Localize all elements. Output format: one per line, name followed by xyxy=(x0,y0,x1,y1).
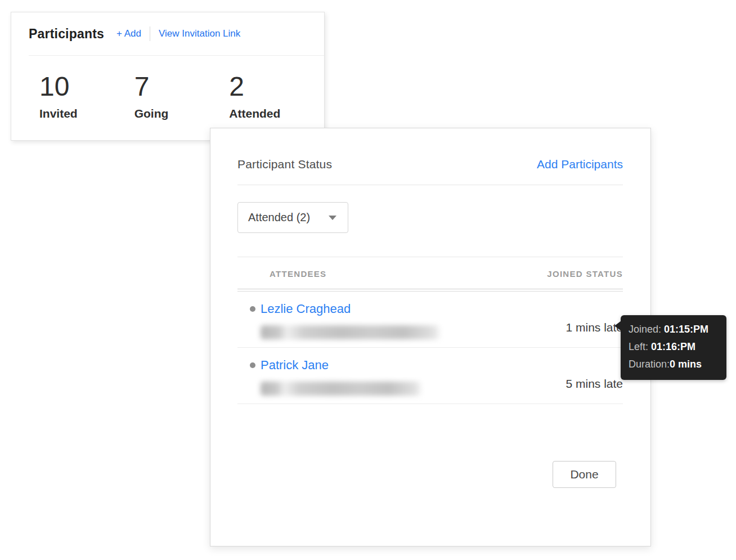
modal-title: Participant Status xyxy=(237,158,332,171)
joined-status-value: 5 mins late xyxy=(566,377,623,391)
tooltip-left-label: Left: xyxy=(629,341,648,352)
invited-label: Invited xyxy=(39,107,134,120)
page: Participants + Add View Invitation Link … xyxy=(0,0,736,560)
tooltip-joined-value: 01:15:PM xyxy=(664,324,708,335)
stat-attended: 2 Attended xyxy=(229,73,324,120)
tooltip-duration-label: Duration: xyxy=(629,359,670,370)
chevron-down-icon xyxy=(329,216,336,220)
modal-content: Participant Status Add Participants Atte… xyxy=(210,128,650,546)
tooltip-joined-line: Joined:01:15:PM xyxy=(629,321,719,338)
view-invitation-link[interactable]: View Invitation Link xyxy=(159,28,240,39)
tooltip-left-line: Left:01:16:PM xyxy=(629,338,719,356)
attendee-email-redacted xyxy=(261,382,421,396)
table-row: Lezlie Craghead 1 mins late xyxy=(237,292,623,348)
attendees-column-header: ATTENDEES xyxy=(270,269,326,279)
attended-filter-dropdown[interactable]: Attended (2) xyxy=(237,202,348,233)
attended-filter-value: Attended (2) xyxy=(248,211,310,224)
modal-title-row: Participant Status Add Participants xyxy=(237,128,623,171)
tooltip-duration-value: 0 mins xyxy=(670,359,702,370)
participant-status-modal: Participant Status Add Participants Atte… xyxy=(210,128,651,546)
participants-card-header: Participants + Add View Invitation Link xyxy=(11,12,324,55)
tooltip-duration-line: Duration:0 mins xyxy=(629,356,719,373)
joined-status-column-header: JOINED STATUS xyxy=(547,269,623,279)
tooltip-arrow-icon xyxy=(614,321,621,331)
attendee-name-link[interactable]: Patrick Jane xyxy=(261,358,329,373)
stat-invited: 10 Invited xyxy=(39,73,134,120)
add-participant-link[interactable]: + Add xyxy=(116,28,141,39)
participants-card: Participants + Add View Invitation Link … xyxy=(11,12,325,141)
tooltip-joined-label: Joined: xyxy=(629,324,661,335)
joined-status-tooltip: Joined:01:15:PM Left:01:16:PM Duration:0… xyxy=(621,315,726,380)
tooltip-left-value: 01:16:PM xyxy=(651,341,695,352)
attended-label: Attended xyxy=(229,107,324,120)
going-label: Going xyxy=(134,107,230,120)
participants-title: Participants xyxy=(29,26,104,42)
bullet-icon xyxy=(250,362,255,368)
modal-title-rule xyxy=(237,185,623,185)
attended-count: 2 xyxy=(229,73,324,100)
attendee-name-link[interactable]: Lezlie Craghead xyxy=(261,302,351,316)
bullet-icon xyxy=(250,306,255,312)
header-vertical-divider xyxy=(150,26,150,41)
add-participants-link[interactable]: Add Participants xyxy=(537,158,623,171)
stats-row: 10 Invited 7 Going 2 Attended xyxy=(11,56,324,120)
invited-count: 10 xyxy=(39,73,134,100)
attendee-email-redacted xyxy=(261,325,439,339)
attendees-table-header: ATTENDEES JOINED STATUS xyxy=(237,257,623,289)
stat-going: 7 Going xyxy=(134,73,230,120)
done-button[interactable]: Done xyxy=(553,461,616,488)
going-count: 7 xyxy=(134,73,230,100)
table-row: Patrick Jane 5 mins late xyxy=(237,348,623,404)
